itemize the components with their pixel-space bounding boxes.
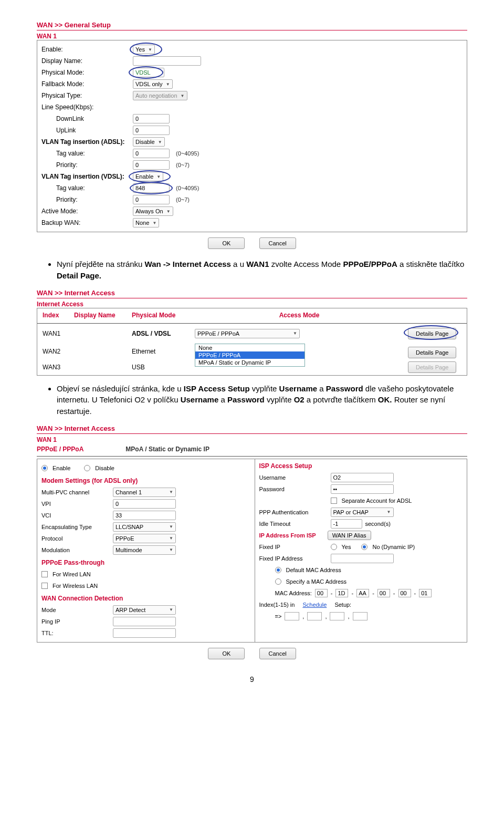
opt-mpoa[interactable]: MPoA / Static or Dynamic IP [195, 359, 304, 366]
proto-select[interactable]: PPPoE [113, 534, 176, 543]
mac-1[interactable]: 1D [335, 589, 348, 597]
ping-input[interactable] [113, 617, 176, 626]
lbl-pass: Password [259, 486, 328, 492]
divider [37, 456, 467, 457]
mpvc-select[interactable]: Channel 1 [113, 488, 176, 497]
schedule-link[interactable]: Schedule [302, 602, 327, 608]
modu-select[interactable]: Multimode [113, 545, 176, 555]
wan1-idx: WAN1 [40, 329, 72, 338]
lbl-uplink: UpLink [41, 127, 131, 134]
enable-select[interactable]: Yes [133, 45, 155, 54]
sched-2[interactable] [307, 612, 322, 620]
ok-button[interactable]: OK [208, 237, 245, 249]
wan2-phys: Ethernet [130, 343, 193, 356]
tag-adsl-input[interactable]: 0 [133, 149, 170, 158]
mac-5[interactable]: 01 [419, 589, 432, 597]
tag-vdsl-input[interactable]: 848 [133, 183, 170, 193]
ok-button[interactable]: OK [208, 648, 245, 659]
left-column: Enable Disable Modem Settings (for ADSL … [37, 459, 249, 642]
divider [37, 30, 467, 30]
lbl-mode: Mode [41, 607, 110, 613]
uplink-input[interactable]: 0 [133, 126, 170, 135]
wan1-mode-select[interactable]: PPPoE / PPPoA [195, 329, 300, 338]
prio-vdsl-input[interactable]: 0 [133, 195, 170, 204]
wan-ip-alias-button[interactable]: WAN IP Alias [328, 531, 371, 540]
cancel-button[interactable]: Cancel [259, 237, 296, 249]
active-select[interactable]: Always On [133, 206, 173, 216]
pp-wan: WAN 1 [37, 436, 467, 443]
radio-def-mac[interactable] [275, 567, 281, 573]
wan2-details-button[interactable]: Details Page [408, 347, 456, 358]
physical-type-select: Auto negotiation [133, 91, 187, 100]
lbl-ping: Ping IP [41, 618, 110, 625]
downlink-input[interactable]: 0 [133, 114, 170, 123]
password-input[interactable]: •• [331, 484, 394, 494]
display-name-input[interactable] [133, 56, 201, 66]
prio-vdsl-hint: (0~7) [176, 196, 190, 203]
radio-fixed-no[interactable] [361, 544, 368, 550]
lbl-idle: Idle Timeout [259, 521, 328, 527]
general-title: WAN >> General Setup [37, 21, 467, 29]
vlan-adsl-select[interactable]: Disable [133, 137, 165, 147]
ia-title: WAN >> Internet Access [37, 289, 467, 297]
enc-select[interactable]: LLC/SNAP [113, 522, 176, 532]
fixed-addr-input[interactable] [331, 554, 394, 563]
mac-4[interactable]: 00 [398, 589, 411, 597]
chk-sep-adsl[interactable] [331, 498, 337, 504]
wan1-phys: ADSL / VDSL [130, 329, 193, 338]
ppp-auth-select[interactable]: PAP or CHAP [331, 508, 394, 517]
pp-title: WAN >> Internet Access [37, 424, 467, 432]
lbl-line-speed: Line Speed(Kbps): [41, 103, 131, 111]
chk-wless[interactable] [41, 583, 48, 589]
vci-input[interactable]: 33 [113, 511, 176, 520]
mac-3[interactable]: 00 [377, 589, 390, 597]
internet-access-section: WAN >> Internet Access Internet Access I… [37, 289, 467, 376]
lbl-ttl: TTL: [41, 630, 110, 636]
vpi-input[interactable]: 0 [113, 499, 176, 509]
fallback-select[interactable]: VDSL only [133, 79, 173, 89]
lbl-tag: Tag value: [41, 150, 131, 157]
tab-pppoe[interactable]: PPPoE / PPPoA [37, 446, 83, 453]
sched-4[interactable] [353, 612, 368, 620]
ip-head: IP Address From ISP [259, 532, 316, 539]
sched-1[interactable] [285, 612, 299, 620]
mac-2[interactable]: AA [356, 589, 369, 597]
radio-fixed-yes[interactable] [331, 544, 337, 550]
opt-none[interactable]: None [195, 344, 304, 351]
tag-adsl-hint: (0~4095) [176, 150, 199, 157]
tab-mpoa[interactable]: MPoA / Static or Dynamic IP [125, 446, 209, 453]
lbl-backup: Backup WAN: [41, 219, 131, 226]
radio-spec-mac[interactable] [275, 578, 281, 585]
lbl-user: Username [259, 474, 328, 481]
mac-0[interactable]: 00 [315, 589, 328, 597]
pthru-head: PPPoE Pass-through [41, 559, 245, 566]
sched-3[interactable] [330, 612, 344, 620]
chk-wired[interactable] [41, 571, 48, 577]
prio-adsl-input[interactable]: 0 [133, 160, 170, 170]
backup-select[interactable]: None [133, 218, 159, 227]
mode-select[interactable]: ARP Detect [113, 605, 176, 615]
wan1-label: WAN 1 [37, 33, 467, 40]
lbl-proto: Protocol [41, 535, 110, 542]
lbl-fallback: Fallback Mode: [41, 80, 131, 88]
vlan-vdsl-select[interactable]: Enable [133, 172, 163, 181]
lbl-vlan-adsl: VLAN Tag insertion (ADSL): [41, 138, 131, 146]
idle-input[interactable]: -1 [331, 519, 362, 529]
lbl-mpvc: Multi-PVC channel [41, 489, 110, 495]
ttl-input[interactable] [113, 628, 176, 638]
radio-disable[interactable] [84, 465, 90, 471]
wan1-details-button[interactable]: Details Page [408, 328, 456, 339]
cancel-button[interactable]: Cancel [259, 648, 296, 659]
lbl-vlan-vdsl: VLAN Tag insertion (VDSL): [41, 173, 131, 180]
lbl-fixed: Fixed IP [259, 544, 328, 550]
lbl-modu: Modulation [41, 547, 110, 553]
username-input[interactable]: O2 [331, 473, 394, 482]
lbl-downlink: DownLink [41, 115, 131, 122]
lbl-ppp-auth: PPP Authentication [259, 509, 328, 515]
radio-enable[interactable] [41, 465, 48, 471]
opt-pppoe[interactable]: PPPoE / PPPoA [195, 351, 304, 359]
wcd-head: WAN Connection Detection [41, 595, 245, 602]
wan3-phys: USB [130, 363, 193, 372]
mode-dropdown-open[interactable]: None PPPoE / PPPoA MPoA / Static or Dyna… [195, 344, 305, 367]
lbl-phys-type: Physical Type: [41, 92, 131, 99]
